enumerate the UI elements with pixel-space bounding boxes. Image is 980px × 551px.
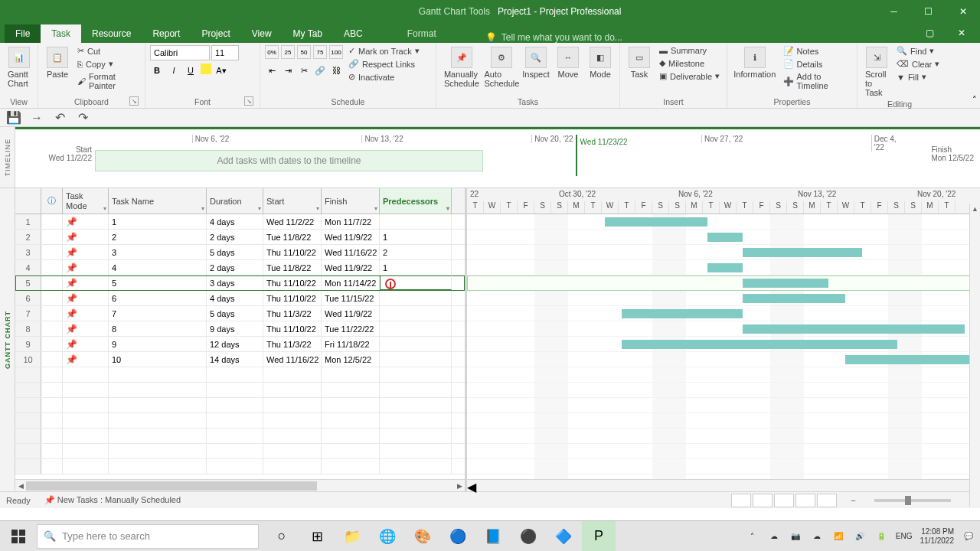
info-cell[interactable]	[41, 352, 63, 367]
start-button[interactable]	[0, 521, 37, 552]
mode-cell[interactable]: 📌	[63, 352, 109, 367]
row-number[interactable]: 4	[15, 260, 41, 275]
bgcolor-button[interactable]	[201, 64, 211, 74]
inspect-button[interactable]: 🔍Inspect	[521, 45, 550, 80]
info-cell[interactable]	[41, 214, 63, 229]
info-cell[interactable]	[41, 260, 63, 275]
tab-view[interactable]: View	[241, 24, 283, 43]
row-number[interactable]: 5	[15, 276, 41, 290]
table-row[interactable]: 3📌35 daysThu 11/10/22Wed 11/16/222	[15, 245, 465, 260]
tab-report[interactable]: Report	[142, 24, 191, 43]
respect-links-button[interactable]: 🔗Respect Links	[346, 58, 422, 70]
tab-task[interactable]: Task	[41, 24, 81, 43]
name-cell[interactable]: 9	[109, 337, 207, 351]
gantt-chart-button[interactable]: 📊 Gantt Chart	[5, 45, 34, 90]
mode-cell[interactable]: 📌	[63, 245, 109, 259]
save-button[interactable]: 💾	[6, 110, 21, 126]
start-cell[interactable]: Wed 11/2/22	[263, 214, 322, 229]
chart-row[interactable]	[467, 230, 980, 245]
chart-row[interactable]	[467, 352, 980, 367]
split-button[interactable]: ✂	[297, 64, 311, 77]
details-button[interactable]: 📄Details	[781, 58, 852, 70]
predecessors-cell[interactable]	[380, 214, 452, 229]
mode-cell[interactable]: 📌	[63, 276, 109, 290]
gantt-bar[interactable]	[743, 279, 828, 288]
tab-project[interactable]: Project	[191, 24, 240, 43]
meet-icon[interactable]: 📷	[789, 530, 802, 543]
app2-button[interactable]: 🔷	[547, 521, 580, 552]
cortana-button[interactable]: ○	[265, 521, 299, 552]
gantt-bar[interactable]	[743, 248, 862, 257]
mode-cell[interactable]: 📌	[63, 321, 109, 336]
cloud-icon[interactable]: ☁	[767, 530, 781, 543]
collapse-ribbon-button[interactable]: ˄	[972, 95, 977, 105]
table-row[interactable]: 9📌912 daysThu 11/3/22Fri 11/18/22	[15, 337, 465, 352]
table-row-empty[interactable]	[15, 383, 465, 398]
start-cell[interactable]: Thu 11/10/22	[263, 321, 322, 336]
predecessors-cell[interactable]	[380, 291, 452, 305]
milestone-button[interactable]: ◆Milestone	[657, 57, 722, 69]
lang-indicator[interactable]: ENG	[896, 532, 913, 540]
edge-button[interactable]: 🌐	[371, 521, 404, 552]
start-header[interactable]: Start▾	[263, 188, 322, 214]
move-button[interactable]: ↔Move	[554, 45, 583, 80]
view-team-button[interactable]	[774, 494, 794, 507]
name-cell[interactable]: 5	[109, 276, 207, 290]
find-button[interactable]: 🔍Find ▾	[894, 45, 942, 57]
gantt-bar[interactable]	[605, 217, 707, 227]
pct100-button[interactable]: 100	[329, 45, 343, 59]
finish-cell[interactable]: Mon 11/14/22	[322, 276, 380, 290]
underline-button[interactable]: U	[184, 64, 198, 77]
add-timeline-button[interactable]: ➕Add to Timeline	[781, 71, 852, 91]
table-row-empty[interactable]	[15, 444, 465, 459]
outdent-button[interactable]: ⇤	[265, 64, 279, 77]
grid-hscrollbar[interactable]: ◀ ▶	[15, 479, 465, 491]
zoom-slider[interactable]	[874, 499, 951, 502]
link-button[interactable]: 🔗	[313, 64, 327, 77]
info-cell[interactable]	[41, 291, 63, 305]
duration-cell[interactable]: 12 days	[207, 337, 263, 351]
finish-cell[interactable]: Tue 11/22/22	[322, 321, 380, 336]
timeline-bar[interactable]: Add tasks with dates to the timeline	[95, 150, 483, 171]
info-cell[interactable]	[41, 306, 63, 321]
ribbon-close-button[interactable]: ✕	[949, 23, 974, 43]
row-number[interactable]: 8	[15, 321, 41, 336]
name-cell[interactable]: 4	[109, 260, 207, 275]
paste-button[interactable]: 📋 Paste	[43, 45, 72, 80]
italic-button[interactable]: I	[167, 64, 181, 77]
summary-button[interactable]: ▬Summary	[657, 45, 722, 56]
start-cell[interactable]: Thu 11/3/22	[263, 306, 322, 321]
row-number[interactable]: 10	[15, 352, 41, 367]
chart-row[interactable]	[467, 321, 980, 337]
close-button[interactable]: ✕	[946, 0, 980, 23]
view-usage-button[interactable]	[753, 494, 773, 507]
font-launcher[interactable]: ↘	[244, 96, 253, 106]
maximize-button[interactable]: ☐	[911, 0, 946, 23]
duration-cell[interactable]: 4 days	[207, 291, 263, 305]
predecessors-cell[interactable]	[380, 321, 452, 336]
info-header[interactable]: ⓘ	[41, 188, 63, 214]
vertical-scrollbar[interactable]: ▲	[969, 204, 980, 507]
font-size-input[interactable]	[211, 45, 239, 60]
format-painter-button[interactable]: 🖌Format Painter	[75, 71, 140, 91]
tray-chevron[interactable]: ˄	[746, 530, 760, 543]
gantt-bar[interactable]	[743, 294, 845, 303]
mode-cell[interactable]: 📌	[63, 337, 109, 351]
predecessors-cell[interactable]	[380, 276, 452, 290]
start-cell[interactable]: Thu 11/10/22	[263, 276, 322, 290]
battery-icon[interactable]: 🔋	[874, 530, 888, 543]
name-cell[interactable]: 10	[109, 352, 207, 367]
ribbon-display-button[interactable]: ▢	[917, 23, 942, 43]
task-view-button[interactable]: ⊞	[300, 521, 334, 552]
table-row[interactable]: 8📌89 daysThu 11/10/22Tue 11/22/22	[15, 321, 465, 337]
row-number[interactable]: 6	[15, 291, 41, 305]
tab-resource[interactable]: Resource	[81, 24, 142, 43]
tab-abc[interactable]: ABC	[333, 24, 374, 43]
table-row-empty[interactable]	[15, 413, 465, 429]
gantt-bar[interactable]	[845, 355, 980, 364]
gantt-bar[interactable]	[743, 324, 965, 334]
unlink-button[interactable]: ⛓	[329, 64, 343, 77]
view-report-button[interactable]	[817, 494, 837, 507]
scroll-thumb[interactable]	[26, 481, 317, 491]
mode-header[interactable]: Task Mode▾	[63, 188, 109, 214]
